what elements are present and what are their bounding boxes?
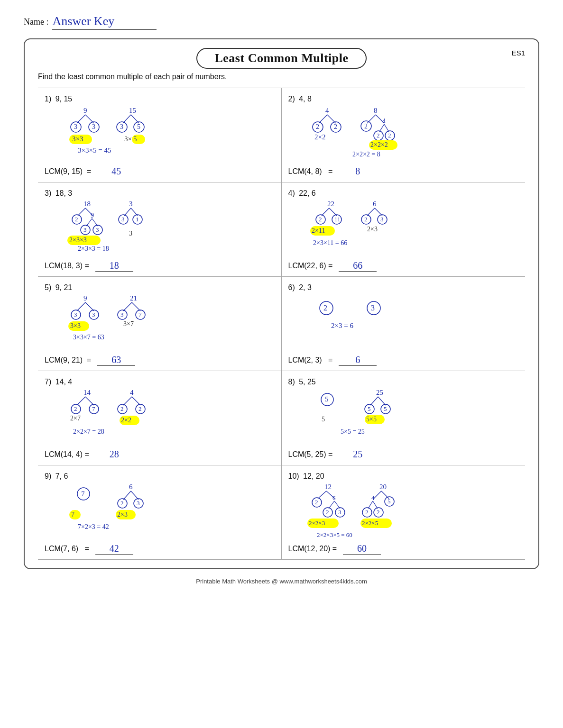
name-row: Name : Answer Key <box>24 14 539 30</box>
svg-text:5: 5 <box>388 498 391 505</box>
svg-text:2×2×3: 2×2×3 <box>309 519 325 527</box>
svg-text:25: 25 <box>376 389 383 396</box>
instructions: Find the least common multiple of each p… <box>38 73 525 81</box>
svg-line-67 <box>322 208 329 216</box>
work-area-8: 5 25 5 5 5×5 5 5×5 = 25 <box>303 388 521 445</box>
svg-text:2×3×11 = 66: 2×3×11 = 66 <box>313 239 347 246</box>
svg-text:8: 8 <box>374 107 378 114</box>
problem-4: 4) 22, 6 22 2 11 2×11 6 <box>282 182 526 277</box>
svg-text:2×3: 2×3 <box>367 226 378 233</box>
svg-text:4: 4 <box>371 494 375 501</box>
problem-10: 10) 12, 20 12 2 6 2 3 <box>282 465 526 560</box>
svg-text:3: 3 <box>92 123 95 130</box>
svg-text:11: 11 <box>334 216 341 223</box>
problem-9: 9) 7, 6 7 6 2 3 2×3 <box>38 465 282 560</box>
svg-line-109 <box>85 397 94 405</box>
svg-line-44 <box>78 208 85 216</box>
svg-text:15: 15 <box>129 107 136 114</box>
svg-text:2: 2 <box>377 509 380 516</box>
svg-text:3: 3 <box>129 200 133 208</box>
svg-text:5: 5 <box>133 135 137 143</box>
svg-text:12: 12 <box>324 483 332 491</box>
svg-text:5: 5 <box>384 405 387 412</box>
svg-text:2: 2 <box>388 132 391 139</box>
svg-text:2×2: 2×2 <box>314 133 325 141</box>
svg-line-95 <box>132 302 140 311</box>
svg-line-167 <box>374 491 381 499</box>
work-area-10: 12 2 6 2 3 2×2×3 20 <box>303 482 521 539</box>
name-label: Name : <box>24 17 48 27</box>
svg-text:2: 2 <box>364 216 368 223</box>
work-area-1: 9 3 3 3×3 15 3 5 <box>59 105 277 162</box>
svg-text:2×2: 2×2 <box>121 417 131 424</box>
svg-line-85 <box>77 302 85 311</box>
problem-2: 2) 4, 8 4 2 2 2×2 8 <box>282 88 526 182</box>
problem-8: 8) 5, 25 5 25 5 5 5×5 <box>282 371 526 465</box>
problem-3: 3) 18, 3 18 2 9 3 3 <box>38 182 282 277</box>
svg-text:3: 3 <box>83 226 87 233</box>
svg-text:2: 2 <box>377 132 380 139</box>
work-area-4: 22 2 11 2×11 6 2 3 <box>303 200 521 256</box>
svg-text:3: 3 <box>74 123 77 130</box>
svg-text:14: 14 <box>83 389 91 396</box>
svg-text:2×3×3: 2×3×3 <box>69 237 87 244</box>
svg-text:9: 9 <box>91 212 94 219</box>
svg-text:2: 2 <box>120 500 124 507</box>
svg-text:9: 9 <box>83 294 87 302</box>
problems-grid: 1) 9, 15 9 3 3 3×3 15 <box>38 88 525 560</box>
worksheet-title: Least Common Multiple <box>196 48 366 69</box>
svg-text:3: 3 <box>371 304 375 312</box>
svg-text:3×3×7 = 63: 3×3×7 = 63 <box>73 334 104 341</box>
svg-text:3: 3 <box>338 509 341 516</box>
svg-text:3×3: 3×3 <box>72 135 83 143</box>
svg-line-35 <box>384 124 389 132</box>
svg-text:3: 3 <box>120 123 123 130</box>
svg-text:7: 7 <box>92 405 95 412</box>
svg-text:4: 4 <box>382 118 386 125</box>
problem-7: 7) 14, 4 14 2 7 2×7 4 <box>38 371 282 465</box>
svg-text:2×2×2 = 8: 2×2×2 = 8 <box>352 151 380 158</box>
svg-text:6: 6 <box>129 483 133 491</box>
work-area-5: 9 3 3 3×3 21 3 7 <box>59 294 277 351</box>
svg-text:20: 20 <box>379 483 387 491</box>
svg-text:3: 3 <box>92 311 95 318</box>
svg-text:5×5 = 25: 5×5 = 25 <box>341 428 365 435</box>
svg-line-141 <box>123 491 131 500</box>
svg-line-86 <box>85 302 94 311</box>
svg-text:21: 21 <box>130 294 137 302</box>
svg-text:9: 9 <box>83 107 87 114</box>
svg-text:2×2×7 = 28: 2×2×7 = 28 <box>73 428 104 435</box>
svg-text:5: 5 <box>322 416 325 423</box>
svg-text:2: 2 <box>120 405 124 412</box>
svg-line-142 <box>131 491 138 500</box>
problem-1: 1) 9, 15 9 3 3 3×3 15 <box>38 88 282 182</box>
svg-line-94 <box>123 302 132 311</box>
svg-text:6: 6 <box>332 494 336 501</box>
svg-text:2: 2 <box>365 509 369 516</box>
svg-text:1: 1 <box>136 216 139 223</box>
svg-text:2×2×3×5 = 60: 2×2×3×5 = 60 <box>317 531 352 538</box>
work-area-2: 4 2 2 2×2 8 2 4 <box>303 105 521 162</box>
svg-line-116 <box>123 397 132 405</box>
problem-6: 6) 2, 3 2 3 2×3 = 6 LCM(2, 3) = 6 <box>282 277 526 371</box>
worksheet-box: Least Common Multiple ES1 Find the least… <box>24 38 539 569</box>
svg-text:7: 7 <box>81 490 85 498</box>
svg-text:2: 2 <box>315 499 318 506</box>
svg-text:2: 2 <box>323 304 327 312</box>
svg-text:5: 5 <box>137 123 140 130</box>
svg-text:2: 2 <box>316 123 319 130</box>
svg-text:2×11: 2×11 <box>312 227 325 234</box>
svg-text:5: 5 <box>368 405 371 412</box>
svg-line-158 <box>329 501 334 509</box>
svg-text:2: 2 <box>319 216 322 223</box>
svg-text:3: 3 <box>96 226 99 233</box>
svg-line-58 <box>124 208 131 216</box>
work-area-3: 18 2 9 3 3 2×3×3 3 <box>59 200 277 256</box>
svg-line-128 <box>370 397 378 405</box>
svg-text:2: 2 <box>74 405 77 412</box>
svg-text:3×: 3× <box>124 135 132 143</box>
svg-text:3: 3 <box>137 500 140 507</box>
work-area-7: 14 2 7 2×7 4 2 2 <box>59 388 277 445</box>
svg-text:3×3×5 = 45: 3×3×5 = 45 <box>78 146 111 154</box>
svg-text:6: 6 <box>373 200 377 208</box>
